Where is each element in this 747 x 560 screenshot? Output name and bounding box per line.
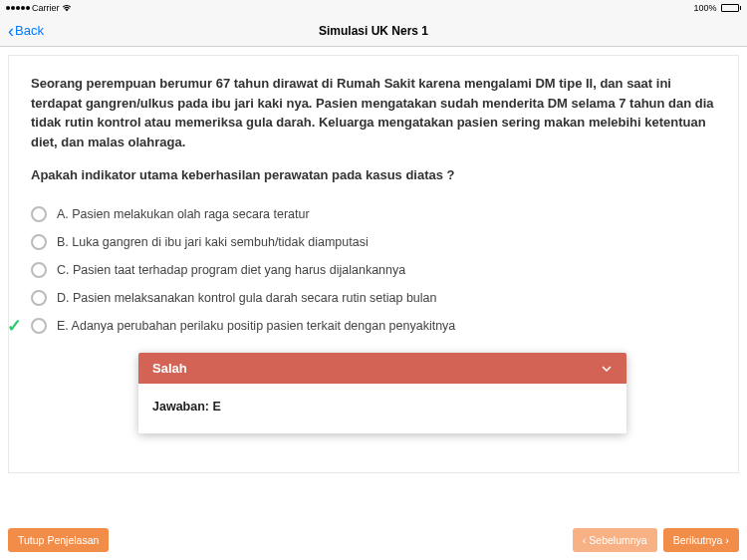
battery-icon [721,4,742,12]
question-card: Seorang perempuan berumur 67 tahun diraw… [8,55,739,473]
answer-header[interactable]: Salah [138,353,626,384]
option-c[interactable]: C. Pasien taat terhadap program diet yan… [31,256,716,284]
back-button[interactable]: ‹ Back [8,22,44,40]
signal-dots-icon [6,6,30,10]
battery-percent: 100% [693,3,716,13]
chevron-right-icon: › [725,535,729,546]
option-label: B. Luka gangren di ibu jari kaki sembuh/… [57,235,369,249]
radio-icon [31,318,47,334]
page-title: Simulasi UK Ners 1 [319,24,428,38]
back-label: Back [15,23,44,38]
answer-body: Jawaban: E [138,384,626,433]
chevron-left-icon: ‹ [8,22,14,40]
carrier-label: Carrier [32,3,60,13]
option-d[interactable]: D. Pasien melaksanakan kontrol gula dara… [31,284,716,312]
question-body: Seorang perempuan berumur 67 tahun diraw… [31,74,716,151]
option-e[interactable]: ✓ E. Adanya perubahan perilaku positip p… [31,312,716,340]
button-label: Sebelumnya [589,534,646,546]
option-label: C. Pasien taat terhadap program diet yan… [57,263,405,277]
footer-bar: Tutup Penjelasan ‹ Sebelumnya Berikutnya… [8,528,739,552]
nav-bar: ‹ Back Simulasi UK Ners 1 [0,15,747,47]
question-prompt: Apakah indikator utama keberhasilan pera… [31,167,716,182]
option-label: E. Adanya perubahan perilaku positip pas… [57,319,455,333]
radio-icon [31,262,47,278]
answer-panel: Salah Jawaban: E [138,353,626,433]
chevron-down-icon [601,363,613,375]
option-label: A. Pasien melakukan olah raga secara ter… [57,207,310,221]
option-b[interactable]: B. Luka gangren di ibu jari kaki sembuh/… [31,228,716,256]
option-a[interactable]: A. Pasien melakukan olah raga secara ter… [31,200,716,228]
radio-icon [31,234,47,250]
chevron-left-icon: ‹ [583,535,587,546]
radio-icon [31,206,47,222]
status-bar: Carrier 100% [0,0,747,15]
check-icon: ✓ [7,315,22,337]
next-button[interactable]: Berikutnya › [663,528,739,552]
radio-icon [31,290,47,306]
options-list: A. Pasien melakukan olah raga secara ter… [31,200,716,340]
wifi-icon [62,4,72,12]
button-label: Berikutnya [673,534,723,546]
previous-button[interactable]: ‹ Sebelumnya [573,528,657,552]
option-label: D. Pasien melaksanakan kontrol gula dara… [57,291,436,305]
answer-status: Salah [152,361,187,376]
button-label: Tutup Penjelasan [18,534,99,546]
close-explanation-button[interactable]: Tutup Penjelasan [8,528,109,552]
